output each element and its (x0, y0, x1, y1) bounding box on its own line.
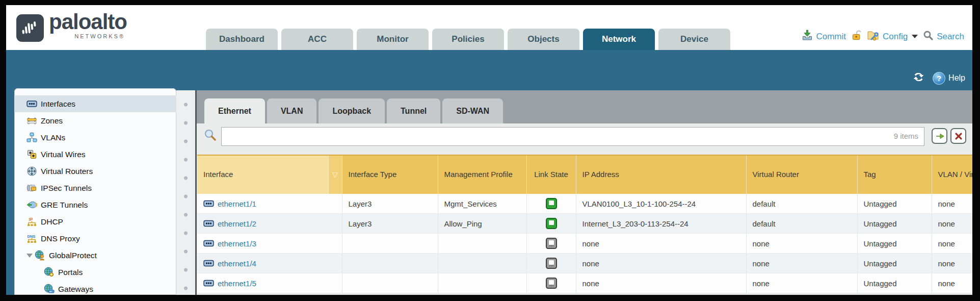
tab-policies[interactable]: Policies (432, 29, 504, 50)
col-interface-type[interactable]: Interface Type (342, 155, 438, 194)
paloalto-logo-icon (16, 14, 44, 42)
sidebar-item-ipsec-tunnels[interactable]: IPSec Tunnels (14, 180, 176, 196)
help-label[interactable]: Help (948, 73, 965, 83)
cell-interface-type (342, 234, 438, 254)
col-management-profile[interactable]: Management Profile (438, 155, 526, 194)
main-nav: Dashboard ACC Monitor Policies Objects N… (206, 29, 730, 50)
interface-link[interactable]: ethernet1/2 (218, 219, 256, 228)
apply-filter-arrow-icon (935, 131, 945, 141)
commit-icon (802, 30, 813, 43)
lock-icon (851, 30, 862, 43)
col-link-state[interactable]: Link State (526, 155, 576, 194)
tab-device[interactable]: Device (658, 29, 730, 50)
brand-tagline: NETWORKS® (49, 34, 127, 39)
tab-acc[interactable]: ACC (281, 29, 353, 50)
expander-down-icon[interactable] (27, 254, 33, 258)
sidebar-item-dns-proxy[interactable]: DNS DNS Proxy (14, 230, 176, 247)
table-row: ethernet1/2 Layer3 Allow_Ping Internet_L… (197, 214, 972, 234)
interface-link[interactable]: ethernet1/4 (218, 259, 256, 268)
sub-header-band: ? Help (6, 50, 972, 90)
cell-management-profile (438, 234, 526, 254)
sidebar-item-globalprotect[interactable]: GlobalProtect (14, 247, 176, 264)
cell-tag: Untagged (857, 194, 932, 214)
tab-monitor[interactable]: Monitor (357, 29, 429, 50)
interface-icon (203, 239, 214, 247)
cell-ip-address: Internet_L3_203-0-113-254--24 (576, 214, 746, 234)
cell-vlan: none (932, 194, 972, 214)
refresh-icon[interactable] (912, 71, 925, 85)
gre-tunnels-icon (27, 199, 37, 210)
sort-indicator[interactable]: ▽ (328, 155, 342, 194)
main-panel: Ethernet VLAN Loopback Tunnel SD-WAN 9 i… (195, 90, 972, 295)
config-menu[interactable]: Config (867, 30, 918, 43)
cell-management-profile: Mgmt_Services (438, 194, 526, 214)
cell-vlan: none (932, 254, 972, 273)
tab-network[interactable]: Network (583, 29, 655, 50)
top-header: paloalto NETWORKS® Dashboard ACC Monitor… (6, 5, 972, 50)
commit-button[interactable]: Commit (802, 30, 846, 43)
table-row: ethernet1/1 Layer3 Mgmt_Services VLAN010… (197, 194, 972, 214)
tab-tunnel[interactable]: Tunnel (387, 98, 440, 123)
clear-filter-button[interactable] (950, 128, 966, 144)
link-state-icon[interactable] (546, 278, 557, 289)
table-row: ethernet1/5 none none Untagged none (197, 273, 972, 293)
col-tag[interactable]: Tag (857, 155, 932, 194)
table-row: ethernet1/3 none none Untagged none (197, 234, 972, 254)
cell-interface-type (342, 273, 438, 293)
interface-link[interactable]: ethernet1/1 (218, 199, 256, 208)
col-ip-address[interactable]: IP Address (576, 155, 746, 194)
svg-text:DNS: DNS (28, 234, 36, 239)
link-state-icon[interactable] (546, 218, 557, 229)
tab-sdwan[interactable]: SD-WAN (442, 98, 503, 123)
filter-input[interactable] (221, 127, 924, 146)
sidebar-item-gateways[interactable]: Gateways (14, 281, 176, 295)
cell-ip-address: none (576, 273, 746, 293)
network-sidebar: Interfaces Zones VLANs (14, 88, 176, 295)
col-virtual-router[interactable]: Virtual Router (746, 155, 857, 194)
sidebar-item-gre-tunnels[interactable]: GRE Tunnels (14, 196, 176, 213)
cell-vlan: none (932, 234, 972, 254)
cell-interface-type: Layer3 (342, 194, 438, 214)
lock-button[interactable] (851, 30, 862, 43)
col-interface[interactable]: Interface (197, 155, 328, 194)
caret-down-icon (912, 35, 918, 38)
tab-objects[interactable]: Objects (508, 29, 579, 50)
tab-loopback[interactable]: Loopback (319, 98, 385, 123)
virtual-wires-icon (27, 149, 37, 160)
link-state-icon[interactable] (546, 238, 557, 249)
sidebar-item-portals[interactable]: Portals (14, 264, 176, 281)
sidebar-item-virtual-wires[interactable]: Virtual Wires (14, 146, 176, 163)
cell-virtual-router: default (746, 194, 857, 214)
link-state-icon[interactable] (546, 258, 557, 269)
cell-vlan: none (932, 273, 972, 293)
cell-ip-address: none (576, 234, 746, 254)
tab-dashboard[interactable]: Dashboard (206, 29, 278, 50)
interface-link[interactable]: ethernet1/3 (218, 239, 256, 248)
sidebar-splitter[interactable] (176, 90, 195, 295)
sidebar-item-zones[interactable]: Zones (14, 112, 176, 129)
help-icon[interactable]: ? (933, 72, 945, 85)
sidebar-item-vlans[interactable]: VLANs (14, 129, 176, 146)
filter-search-icon (204, 129, 217, 144)
sidebar-item-interfaces[interactable]: Interfaces (14, 95, 176, 112)
header-actions: Commit (802, 30, 964, 43)
interface-icon (203, 279, 214, 287)
tab-vlan[interactable]: VLAN (267, 98, 317, 123)
interface-link[interactable]: ethernet1/5 (218, 279, 256, 288)
sidebar-item-virtual-routers[interactable]: Virtual Routers (14, 163, 176, 180)
paloalto-logo: paloalto NETWORKS® (16, 11, 127, 42)
zones-icon (27, 115, 37, 126)
search-button[interactable]: Search (923, 30, 964, 43)
cell-virtual-router: none (746, 234, 857, 254)
dhcp-icon: IP (27, 216, 37, 227)
gateways-icon (44, 284, 55, 294)
virtual-routers-icon (27, 166, 37, 177)
col-vlan-virtual-wire[interactable]: VLAN / Virtual Wire (932, 155, 972, 194)
table-header-row: Interface ▽ Interface Type Management Pr… (197, 155, 972, 194)
tab-ethernet[interactable]: Ethernet (204, 98, 265, 123)
apply-filter-button[interactable] (932, 128, 947, 144)
sidebar-item-dhcp[interactable]: IP DHCP (14, 213, 176, 230)
cell-vlan: none (932, 214, 972, 234)
cell-tag: Untagged (857, 273, 932, 293)
link-state-icon[interactable] (546, 198, 557, 209)
